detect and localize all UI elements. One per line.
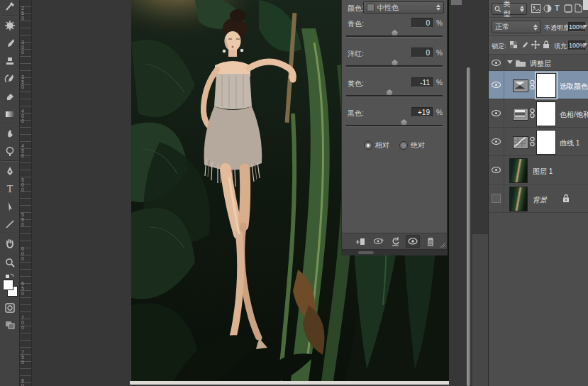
black-value[interactable]: +19 — [411, 107, 433, 117]
absolute-label: 绝对 — [411, 140, 425, 150]
folder-icon — [516, 59, 526, 67]
smart-object-filter-icon[interactable] — [575, 4, 582, 13]
tool-bar: T — [0, 0, 20, 386]
adjustment-filter-icon[interactable] — [543, 4, 552, 13]
pixel-filter-icon[interactable] — [531, 4, 540, 13]
visibility-toggle[interactable] — [489, 156, 504, 184]
yellow-value[interactable]: -11 — [411, 77, 433, 87]
layer-mask-thumbnail[interactable] — [536, 130, 556, 155]
hand-tool[interactable] — [3, 236, 16, 250]
view-previous-state-icon[interactable] — [372, 236, 384, 247]
clip-to-layer-icon[interactable] — [355, 236, 367, 247]
lock-all-icon[interactable] — [543, 40, 550, 49]
visibility-icon[interactable] — [406, 235, 420, 248]
delete-icon[interactable] — [424, 236, 437, 247]
healing-brush-tool[interactable] — [3, 18, 16, 32]
foreground-color-swatch[interactable] — [3, 280, 13, 290]
eyedropper-tool[interactable] — [3, 0, 16, 13]
hidden-eye-well — [492, 194, 501, 203]
disclosure-triangle-icon[interactable] — [507, 60, 513, 64]
lock-icon — [562, 194, 570, 203]
layer-thumbnail[interactable] — [509, 187, 528, 211]
pen-tool[interactable] — [3, 164, 16, 177]
hscrollbar-thumb[interactable] — [358, 251, 374, 254]
dodge-tool[interactable] — [3, 144, 16, 158]
brush-tool[interactable] — [3, 36, 16, 50]
mask-link-icon[interactable] — [530, 79, 535, 90]
layer-row-curves[interactable]: 曲线 1 — [489, 128, 588, 156]
magenta-slider-thumb[interactable] — [392, 60, 398, 65]
layer-row-background[interactable]: 背景 — [489, 184, 588, 213]
lock-transparency-icon[interactable] — [510, 41, 518, 49]
selective-color-icon[interactable] — [513, 79, 528, 92]
shape-filter-icon[interactable] — [564, 4, 572, 13]
filter-toggle[interactable] — [583, 0, 588, 10]
layer-row-hue-saturation[interactable]: 色相/饱和度 1 — [489, 99, 588, 128]
panel-scrollbar-thumb[interactable] — [451, 0, 462, 5]
lock-paint-icon[interactable] — [521, 41, 528, 49]
visibility-toggle[interactable] — [489, 99, 504, 127]
type-tool[interactable]: T — [3, 182, 16, 195]
fill-arrow-icon[interactable] — [583, 43, 587, 46]
panel-resize-grip[interactable] — [440, 242, 446, 248]
yellow-label: 黄色: — [348, 79, 364, 89]
eye-icon — [492, 167, 501, 173]
visibility-toggle[interactable] — [489, 184, 504, 212]
visibility-toggle[interactable] — [489, 55, 504, 70]
blend-mode-dropdown[interactable]: 正常 — [492, 21, 541, 33]
colors-dropdown[interactable]: 中性色 — [363, 1, 444, 13]
black-slider[interactable] — [346, 125, 443, 127]
smudge-tool[interactable] — [3, 126, 16, 140]
lock-label: 锁定: — [492, 42, 506, 51]
layer-thumbnail[interactable] — [509, 158, 528, 183]
gradient-tool[interactable] — [3, 107, 16, 121]
layer-mask-thumbnail[interactable] — [536, 101, 556, 126]
clone-stamp-tool[interactable] — [3, 54, 16, 67]
layer-group-row[interactable]: 调整层 — [489, 55, 588, 71]
fill-label: 填充: — [554, 42, 569, 51]
adjustments-footer-bar — [342, 233, 447, 249]
ruler-label: 300 — [21, 40, 26, 55]
yellow-slider[interactable] — [346, 95, 443, 97]
adjustments-hscrollbar[interactable] — [341, 250, 448, 255]
cyan-slider-thumb[interactable] — [392, 30, 398, 35]
eraser-tool[interactable] — [3, 89, 16, 103]
lock-move-icon[interactable] — [531, 40, 540, 49]
type-filter-icon[interactable]: T — [555, 4, 560, 12]
color-label: 颜色: — [348, 4, 364, 13]
layer-name: 曲线 1 — [560, 138, 579, 148]
relative-radio[interactable]: 相对 — [364, 140, 389, 150]
filter-type-dropdown[interactable]: 类型 — [492, 3, 527, 15]
dropdown-arrows-icon — [533, 24, 538, 31]
zoom-tool[interactable] — [3, 255, 16, 269]
layer-row-layer1[interactable]: 图层 1 — [489, 156, 588, 184]
opacity-arrow-icon[interactable] — [583, 25, 587, 28]
radio-selected-icon — [364, 141, 372, 150]
swap-colors-icon[interactable] — [3, 271, 16, 280]
mask-link-icon[interactable] — [530, 136, 535, 147]
absolute-radio[interactable]: 绝对 — [399, 140, 425, 150]
visibility-toggle[interactable] — [489, 71, 504, 99]
layer-row-selective-color[interactable]: 选取颜色 1 — [489, 71, 588, 99]
screen-mode-icon[interactable] — [3, 318, 16, 331]
magenta-value[interactable]: 0 — [411, 48, 433, 57]
reset-icon[interactable] — [389, 236, 401, 247]
quick-mask-icon[interactable] — [3, 301, 16, 314]
curves-icon[interactable] — [513, 136, 528, 149]
layer-name: 图层 1 — [533, 167, 553, 177]
visibility-toggle[interactable] — [489, 128, 504, 155]
path-selection-tool[interactable] — [3, 199, 16, 213]
yellow-slider-thumb[interactable] — [387, 89, 393, 95]
hue-saturation-icon[interactable] — [513, 108, 528, 121]
cyan-slider[interactable] — [346, 35, 443, 38]
ruler-label: 750 — [21, 350, 26, 365]
history-brush-tool[interactable] — [3, 72, 16, 85]
ruler-label: 450 — [21, 143, 26, 158]
magenta-slider[interactable] — [346, 65, 443, 67]
mask-link-icon[interactable] — [530, 108, 535, 118]
layer-mask-thumbnail[interactable] — [536, 73, 556, 98]
cyan-value[interactable]: 0 — [411, 18, 433, 28]
line-tool[interactable] — [3, 217, 16, 231]
vertical-scrollbar[interactable] — [467, 67, 470, 386]
black-slider-thumb[interactable] — [401, 119, 407, 125]
